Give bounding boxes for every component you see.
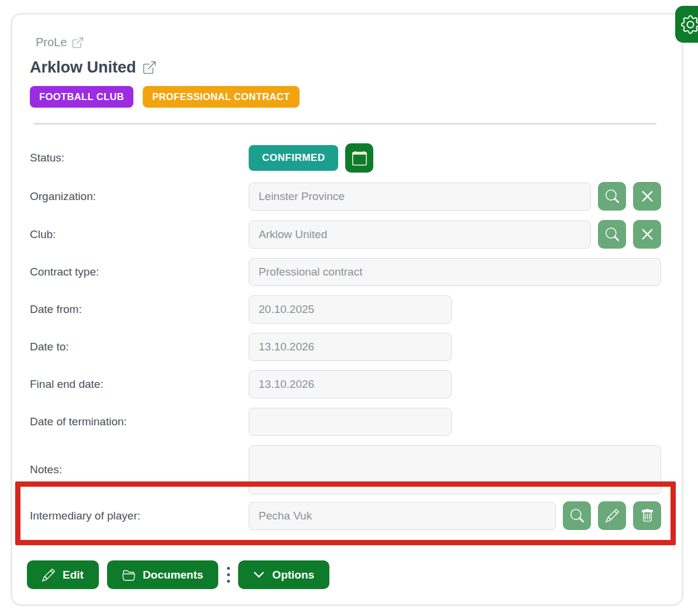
date-to-row: Date to: [30,333,661,361]
date-of-termination-input[interactable] [249,408,452,436]
organization-row: Organization: [30,182,661,211]
documents-button-label: Documents [143,569,203,581]
trash-icon [641,509,654,522]
notes-textarea[interactable] [249,445,661,494]
pencil-icon [42,569,55,581]
options-button-label: Options [272,569,314,581]
search-icon [606,228,619,241]
search-icon [606,190,619,203]
date-to-label: Date to: [30,340,249,353]
settings-button[interactable] [675,6,698,43]
club-type-badge: FOOTBALL CLUB [30,86,133,108]
contract-type-badge: PROFESSIONAL CONTRACT [143,86,299,108]
intermediary-edit-button[interactable] [598,501,626,530]
status-row: Status: CONFIRMED [30,143,661,173]
folder-open-icon [122,569,135,581]
clear-x-icon [641,228,654,241]
edit-button[interactable]: Edit [27,560,99,589]
clear-x-icon [641,190,654,203]
organization-search-button[interactable] [598,182,626,211]
contract-type-label: Contract type: [30,266,249,278]
intermediary-delete-button[interactable] [633,501,661,530]
external-link-icon[interactable] [73,37,83,48]
badge-row: FOOTBALL CLUB PROFESSIONAL CONTRACT [30,86,661,108]
notes-label: Notes: [30,463,249,476]
final-end-date-label: Final end date: [30,378,249,391]
status-history-calendar-button[interactable] [345,143,373,173]
date-from-row: Date from: [30,295,661,324]
club-row: Club: [30,220,661,249]
app-breadcrumb: ProLe [36,36,661,49]
calendar-icon [352,151,367,166]
status-label: Status: [30,152,249,164]
chevron-down-icon [253,569,264,580]
final-end-date-row: Final end date: [30,370,661,398]
app-link[interactable]: ProLe [36,36,67,49]
page-title-row: Arklow United [30,58,661,77]
contract-type-row: Contract type: [30,258,661,286]
organization-clear-button[interactable] [633,182,661,211]
date-of-termination-row: Date of termination: [30,408,661,436]
intermediary-label: Intermediary of player: [30,510,249,522]
club-label: Club: [30,228,249,241]
contract-detail-card: ProLe Arklow United FOOTBALL CLUB PROFES… [11,13,683,606]
club-input[interactable] [249,221,591,249]
intermediary-input[interactable] [249,502,556,530]
intermediary-search-button[interactable] [563,501,591,530]
documents-button[interactable]: Documents [107,560,218,589]
organization-input[interactable] [249,183,591,211]
club-clear-button[interactable] [633,220,661,249]
more-actions-dots [218,567,238,583]
organization-label: Organization: [30,190,249,203]
page-title: Arklow United [30,58,136,77]
notes-row: Notes: [30,445,661,494]
date-to-input[interactable] [249,333,452,361]
final-end-date-input[interactable] [249,370,452,398]
club-search-button[interactable] [598,220,626,249]
external-link-icon[interactable] [143,61,156,74]
gear-icon [681,15,698,34]
pencil-icon [606,509,619,522]
contract-type-input[interactable] [249,258,661,286]
date-from-label: Date from: [30,303,249,316]
intermediary-row: Intermediary of player: [30,501,661,530]
options-button[interactable]: Options [238,560,329,589]
header-divider [33,123,656,125]
date-from-input[interactable] [249,295,452,324]
date-of-termination-label: Date of termination: [30,415,249,428]
status-badge: CONFIRMED [249,145,338,171]
search-icon [570,509,584,522]
action-bar: Edit Documents Options [27,560,661,589]
edit-button-label: Edit [63,569,84,581]
